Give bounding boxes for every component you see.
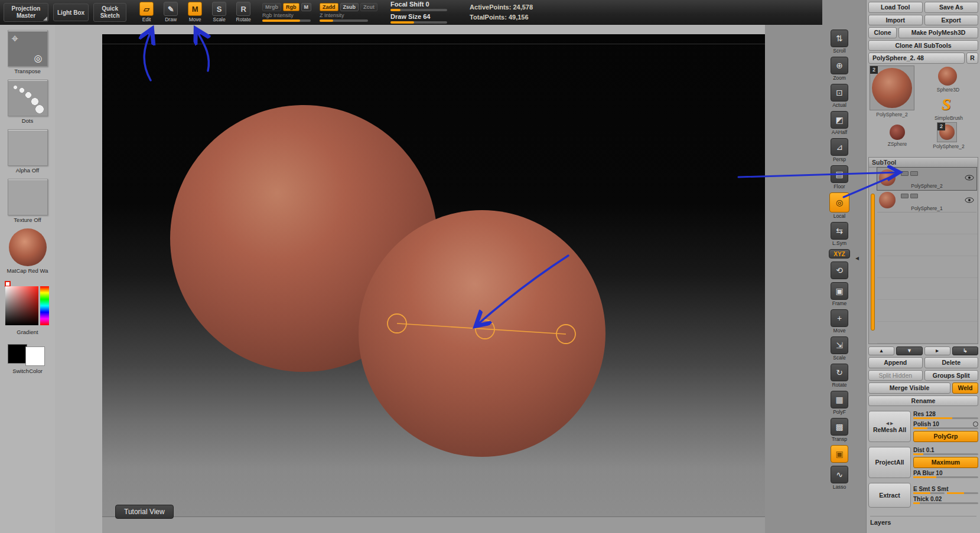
res-slider[interactable]	[913, 417, 978, 419]
simplebrush-icon[interactable]: S	[942, 95, 951, 114]
extract-button[interactable]: Extract	[868, 483, 911, 508]
focal-shift-slider[interactable]	[390, 9, 447, 11]
rotate-view-button[interactable]: ↻ Rotate	[831, 364, 848, 388]
rgb-intensity-slider[interactable]	[262, 19, 311, 22]
move-view-button[interactable]: + Move	[831, 309, 848, 333]
polyf-button[interactable]: ▦ PolyF	[831, 391, 848, 415]
weld-button[interactable]: Weld	[952, 382, 978, 394]
tutorial-view-button[interactable]: Tutorial View	[115, 505, 174, 519]
active-tool-thumbnail[interactable]: 2	[870, 66, 914, 110]
transpose-icon[interactable]: ⌖◎	[8, 30, 48, 67]
persp-button[interactable]: ⊿ Persp	[831, 138, 848, 162]
sculpt-toggle[interactable]	[910, 171, 918, 176]
maximum-button[interactable]: Maximum	[913, 457, 978, 468]
document-canvas[interactable]: Tutorial View	[102, 34, 765, 533]
transpose-tool[interactable]: ⌖◎ Transpose	[8, 30, 48, 74]
edit-button[interactable]: ▱ Edit	[136, 2, 157, 22]
m-button[interactable]: M	[301, 3, 312, 11]
restore-config-button[interactable]: R	[966, 53, 978, 64]
scale-view-button[interactable]: ⇲ Scale	[831, 336, 848, 361]
rotate-button[interactable]: R Rotate	[233, 2, 254, 22]
move-button[interactable]: M Move	[184, 2, 206, 22]
panel-collapse-arrow[interactable]: ◂	[855, 254, 859, 262]
layers-section-header[interactable]: Layers	[870, 516, 976, 526]
quick-sketch-button[interactable]: Quick Sketch	[93, 3, 126, 22]
make-polymesh3d-button[interactable]: Make PolyMesh3D	[898, 27, 978, 38]
rgb-button[interactable]: Rgb	[283, 3, 299, 11]
actual-button[interactable]: ⊡ Actual	[831, 84, 848, 108]
split-hidden-button[interactable]: Split Hidden	[868, 370, 923, 381]
subtool-header[interactable]: SubTool	[869, 158, 978, 168]
local-button[interactable]: ◎ Local	[829, 192, 849, 219]
save-as-button[interactable]: Save As	[924, 2, 979, 13]
texture-off-icon[interactable]	[8, 179, 48, 215]
projection-master-button[interactable]: Projection Master	[4, 3, 48, 22]
subtool-right-button[interactable]: ▸	[924, 346, 950, 355]
sphere3d-thumbnail[interactable]	[938, 67, 957, 86]
switch-color[interactable]: SwitchColor	[5, 341, 50, 374]
zcut-button[interactable]: Zcut	[360, 3, 377, 11]
rename-button[interactable]: Rename	[868, 395, 978, 407]
subtool-empty-slot[interactable]	[877, 256, 978, 278]
texture-selector[interactable]: Texture Off	[8, 179, 48, 223]
subtool-insert-button[interactable]: ↳	[952, 346, 978, 355]
zadd-button[interactable]: Zadd	[320, 3, 338, 11]
dots-icon[interactable]	[8, 80, 48, 116]
alpha-off-icon[interactable]	[8, 129, 48, 166]
visibility-eye-icon[interactable]	[965, 172, 974, 183]
z-intensity-slider[interactable]	[320, 19, 368, 22]
polish-slider[interactable]	[913, 427, 978, 429]
saturation-square[interactable]	[5, 286, 38, 325]
subtool-down-button[interactable]: ▼	[896, 346, 922, 355]
scale-button[interactable]: S Scale	[209, 2, 230, 22]
export-button[interactable]: Export	[924, 15, 979, 26]
import-button[interactable]: Import	[868, 15, 923, 26]
polygrp-button[interactable]: PolyGrp	[913, 431, 978, 442]
visibility-eye-icon[interactable]	[965, 195, 974, 205]
delete-button[interactable]: Delete	[924, 357, 979, 368]
subtool-empty-slot[interactable]	[877, 322, 978, 344]
polysphere2-thumbnail[interactable]: 2	[937, 122, 957, 142]
transpose-line[interactable]	[397, 323, 566, 334]
material-selector[interactable]: MatCap Red Wa	[7, 228, 48, 274]
s-smt-slider[interactable]	[947, 492, 978, 494]
stroke-dots[interactable]: Dots	[8, 80, 48, 124]
groups-split-button[interactable]: Groups Split	[924, 370, 979, 381]
transp-button[interactable]: ▩ Transp	[831, 418, 848, 442]
subtool-item-polysphere2[interactable]: PolySphere_2	[877, 168, 976, 190]
light-box-button[interactable]: Light Box	[53, 4, 89, 21]
polypaint-toggle[interactable]	[901, 171, 909, 176]
floor-button[interactable]: ▤ Floor	[831, 165, 848, 189]
polypaint-toggle[interactable]	[901, 194, 909, 198]
white-swatch[interactable]	[25, 346, 45, 366]
active-tool-name[interactable]: PolySphere_2. 48	[868, 53, 965, 64]
subtool-scrollbar[interactable]	[871, 194, 875, 331]
alpha-selector[interactable]: Alpha Off	[8, 129, 48, 174]
subtool-up-button[interactable]: ▴	[868, 346, 894, 355]
clone-button[interactable]: Clone	[868, 27, 897, 38]
dist-slider[interactable]	[913, 453, 978, 455]
color-picker[interactable]: Gradient	[5, 279, 50, 335]
polish-mode-toggle[interactable]	[973, 421, 978, 427]
zsub-button[interactable]: Zsub	[340, 3, 359, 11]
mrgb-button[interactable]: Mrgb	[262, 3, 281, 11]
load-tool-button[interactable]: Load Tool	[868, 2, 923, 13]
subtool-empty-slot[interactable]	[877, 234, 978, 256]
zoom-button[interactable]: ⊕ Zoom	[831, 57, 848, 81]
remesh-all-button[interactable]: ◂ ▸ ReMesh All	[868, 411, 911, 442]
subtool-empty-slot[interactable]	[877, 300, 978, 322]
draw-size-slider[interactable]	[390, 21, 447, 24]
lsym-button[interactable]: ⇆ L.Sym	[831, 222, 848, 246]
scroll-button[interactable]: ⇅ Scroll	[831, 30, 848, 54]
black-swatch[interactable]	[8, 344, 27, 364]
gradient-picker[interactable]	[5, 283, 50, 328]
merge-visible-button[interactable]: Merge Visible	[868, 382, 950, 394]
subtool-empty-slot[interactable]	[877, 278, 978, 300]
e-smt-slider[interactable]	[913, 492, 945, 494]
append-button[interactable]: Append	[868, 357, 923, 368]
draw-button[interactable]: ✎ Draw	[160, 2, 181, 22]
matcap-red-wax-icon[interactable]	[9, 228, 47, 266]
ghost-button[interactable]: ▣	[831, 445, 848, 463]
frame-button[interactable]: ▣ Frame	[831, 282, 848, 306]
clone-all-subtools-button[interactable]: Clone All SubTools	[868, 40, 978, 51]
